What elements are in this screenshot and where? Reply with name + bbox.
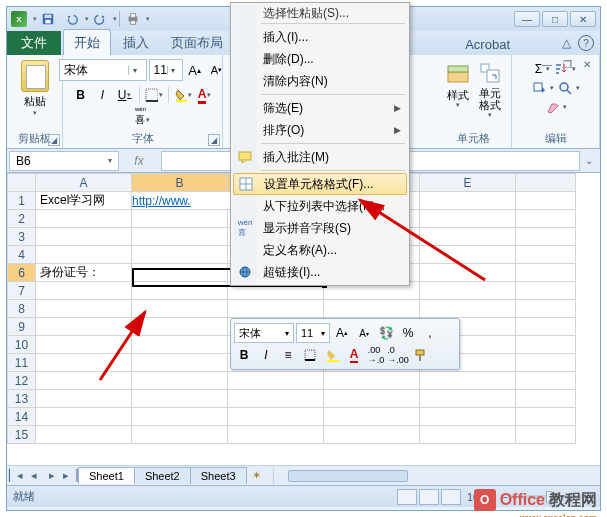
mini-center[interactable]: ≡ [278,345,298,365]
mini-percent-format[interactable]: % [398,323,418,343]
print-dropdown[interactable]: ▾ [146,15,150,23]
font-color-button[interactable]: A [195,86,215,104]
redo-button[interactable] [89,9,111,29]
ctx-insert-comment[interactable]: 插入批注(M) [233,146,407,168]
mini-font-name[interactable]: 宋体▾ [234,323,294,343]
ctx-delete[interactable]: 删除(D)... [233,48,407,70]
row-header-14[interactable]: 14 [8,408,36,426]
redo-dropdown[interactable]: ▾ [113,15,117,23]
mini-border[interactable] [300,345,320,365]
mini-decrease-decimal[interactable]: .0→.00 [388,345,408,365]
mini-fill-color[interactable] [322,345,342,365]
italic-button[interactable]: I [93,86,113,104]
underline-button[interactable]: U [115,86,135,104]
mini-increase-decimal[interactable]: .00→.0 [366,345,386,365]
sheet-tab-1[interactable]: Sheet1 [78,467,135,484]
minimize-ribbon-icon[interactable]: △ [558,35,574,51]
mini-format-painter[interactable] [410,345,430,365]
paste-button[interactable]: 粘贴 ▾ [15,59,55,117]
border-button[interactable] [144,86,164,104]
name-box[interactable]: B6 ▾ [9,151,119,171]
find-button[interactable] [558,81,572,95]
tab-insert[interactable]: 插入 [113,30,159,55]
close-button[interactable]: ✕ [570,11,596,27]
sort-filter-icon[interactable] [554,62,568,76]
cell-A1[interactable]: Excel学习网 [36,192,132,210]
ctx-format-cells[interactable]: 设置单元格格式(F)... [233,173,407,195]
ctx-clear-contents[interactable]: 清除内容(N) [233,70,407,92]
ctx-define-name[interactable]: 定义名称(A)... [233,239,407,261]
clipboard-dialog-launcher[interactable]: ◢ [48,134,60,146]
minimize-button[interactable]: — [514,11,540,27]
name-box-dropdown[interactable]: ▾ [108,156,112,165]
row-header-9[interactable]: 9 [8,318,36,336]
font-size-select[interactable]: 11▾ [149,59,183,81]
mini-comma-format[interactable]: , [420,323,440,343]
row-header-8[interactable]: 8 [8,300,36,318]
sheet-nav-first[interactable]: ▏◂ [7,469,25,482]
help-icon[interactable]: ? [578,35,594,51]
increase-font-button[interactable]: A▴ [185,61,205,79]
font-dialog-launcher[interactable]: ◢ [208,134,220,146]
row-header-15[interactable]: 15 [8,426,36,444]
ctx-paste-special[interactable]: 选择性粘贴(S)... [233,5,407,21]
tab-home[interactable]: 开始 [63,29,111,55]
row-header-10[interactable]: 10 [8,336,36,354]
row-header-13[interactable]: 13 [8,390,36,408]
ctx-show-phonetic[interactable]: wén喜 显示拼音字段(S) [233,217,407,239]
new-sheet-button[interactable]: ✶ [247,469,267,482]
horizontal-scrollbar[interactable] [273,468,600,484]
mini-font-color[interactable]: A [344,345,364,365]
sheet-tab-2[interactable]: Sheet2 [134,467,191,484]
page-layout-view-button[interactable] [419,489,439,505]
col-header-B[interactable]: B [132,174,228,192]
select-all-corner[interactable] [8,174,36,192]
ctx-sort[interactable]: 排序(O)▶ [233,119,407,141]
formula-bar-expand[interactable]: ⌄ [580,155,598,166]
save-button[interactable] [37,9,59,29]
font-name-select[interactable]: 宋体▾ [59,59,147,81]
ctx-pick-from-list[interactable]: 从下拉列表中选择(K)... [233,195,407,217]
mini-decrease-font[interactable]: A▾ [354,323,374,343]
row-header-11[interactable]: 11 [8,354,36,372]
cell-format-button[interactable]: 单元格式 ▾ [474,59,506,117]
mini-font-size[interactable]: 11▾ [296,323,330,343]
undo-button[interactable] [61,9,83,29]
styles-button[interactable]: 样式 ▾ [442,59,474,117]
sheet-nav-prev[interactable]: ◂ [25,469,43,482]
row-header-4[interactable]: 4 [8,246,36,264]
tab-page-layout[interactable]: 页面布局 [161,30,233,55]
ctx-hyperlink[interactable]: 超链接(I)... [233,261,407,283]
mini-accounting-format[interactable]: 💱 [376,323,396,343]
autosum-button[interactable]: Σ [535,62,542,76]
row-header-12[interactable]: 12 [8,372,36,390]
phonetic-button[interactable]: 喜wén [133,111,153,129]
page-break-view-button[interactable] [441,489,461,505]
cell-A6[interactable]: 身份证号： [36,264,132,282]
row-header-2[interactable]: 2 [8,210,36,228]
bold-button[interactable]: B [71,86,91,104]
row-header-6[interactable]: 6 [8,264,36,282]
row-header-7[interactable]: 7 [8,282,36,300]
fx-button[interactable]: fx [119,154,159,168]
normal-view-button[interactable] [397,489,417,505]
sheet-nav-last[interactable]: ▸▕ [61,469,79,482]
decrease-font-button[interactable]: A▾ [207,61,227,79]
ctx-filter[interactable]: 筛选(E)▶ [233,97,407,119]
fill-color-button[interactable] [173,86,193,104]
row-header-3[interactable]: 3 [8,228,36,246]
ctx-insert[interactable]: 插入(I)... [233,26,407,48]
mini-italic[interactable]: I [256,345,276,365]
clear-button[interactable] [545,100,559,114]
fill-button[interactable] [532,81,546,95]
sheet-tab-3[interactable]: Sheet3 [190,467,247,484]
cell-B6[interactable] [132,264,228,282]
col-header-A[interactable]: A [36,174,132,192]
col-header-E[interactable]: E [420,174,516,192]
print-preview-button[interactable] [122,9,144,29]
maximize-button[interactable]: □ [542,11,568,27]
mini-bold[interactable]: B [234,345,254,365]
excel-icon[interactable]: X [11,11,27,27]
sheet-nav-next[interactable]: ▸ [43,469,61,482]
tab-acrobat[interactable]: Acrobat [455,33,520,55]
